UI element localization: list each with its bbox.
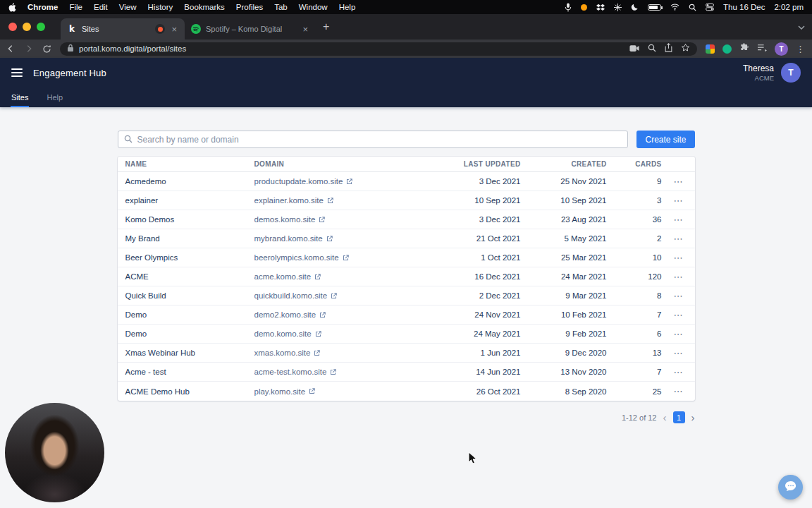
reload-button[interactable] <box>42 44 51 54</box>
external-link-icon[interactable] <box>319 217 325 223</box>
tab-sites-nav[interactable]: Sites <box>11 87 28 107</box>
media-queue-icon[interactable] <box>757 42 767 55</box>
share-icon[interactable] <box>665 42 672 55</box>
menubar-item-edit[interactable]: Edit <box>94 3 108 11</box>
row-actions-button[interactable]: ⋯ <box>674 177 683 186</box>
created-date: 10 Feb 2021 <box>521 310 607 319</box>
extension-green-icon[interactable] <box>722 44 732 54</box>
recording-indicator-icon[interactable] <box>581 4 587 11</box>
menubar-item-view[interactable]: View <box>119 3 137 11</box>
chrome-menu-icon[interactable]: ⋮ <box>796 44 805 54</box>
external-link-icon[interactable] <box>326 236 333 242</box>
row-actions-button[interactable]: ⋯ <box>674 215 683 224</box>
wifi-icon[interactable] <box>670 4 679 11</box>
external-link-icon[interactable] <box>331 293 337 299</box>
domain-text: productupdate.komo.site <box>254 177 343 186</box>
row-actions-button[interactable]: ⋯ <box>674 349 683 358</box>
search-tabs-chevron-icon[interactable] <box>798 20 805 32</box>
back-button[interactable] <box>6 44 16 54</box>
tab-sites[interactable]: k Sites × <box>61 18 185 40</box>
close-window-button[interactable] <box>8 23 17 31</box>
sites-table: NAME DOMAIN LAST UPDATED CREATED CARDS A… <box>118 157 695 401</box>
table-row[interactable]: ACME acme.komo.site 16 Dec 2021 24 Mar 2… <box>118 267 695 286</box>
external-link-icon[interactable] <box>315 331 321 337</box>
table-row[interactable]: Acme - test acme-test.komo.site 14 Jun 2… <box>118 363 695 382</box>
search-input[interactable] <box>137 135 622 145</box>
mic-icon[interactable] <box>565 3 572 12</box>
row-actions-button[interactable]: ⋯ <box>674 310 683 320</box>
menubar-date[interactable]: Thu 16 Dec <box>723 3 765 11</box>
extensions-puzzle-icon[interactable] <box>739 42 749 55</box>
snowflake-icon[interactable] <box>614 4 622 11</box>
table-row[interactable]: ACME Demo Hub play.komo.site 26 Oct 2021… <box>118 382 695 401</box>
close-tab-icon[interactable]: × <box>301 25 309 34</box>
menubar-item-file[interactable]: File <box>69 3 82 11</box>
domain-text: quickbuild.komo.site <box>254 291 328 300</box>
menubar-item-history[interactable]: History <box>148 3 173 11</box>
menubar-item-window[interactable]: Window <box>299 3 328 11</box>
row-actions-button[interactable]: ⋯ <box>674 272 683 282</box>
dropbox-icon[interactable] <box>596 4 605 11</box>
row-actions-button[interactable]: ⋯ <box>674 291 683 301</box>
chat-widget-button[interactable] <box>778 475 803 500</box>
column-header-cards: CARDS <box>607 160 662 168</box>
external-link-icon[interactable] <box>346 179 352 185</box>
external-link-icon[interactable] <box>309 388 315 394</box>
row-actions-button[interactable]: ⋯ <box>674 329 683 339</box>
window-controls <box>8 23 45 31</box>
komo-favicon-icon: k <box>67 24 77 34</box>
table-row[interactable]: Xmas Webinar Hub xmas.komo.site 1 Jun 20… <box>118 344 695 363</box>
row-actions-button[interactable]: ⋯ <box>674 368 683 377</box>
table-row[interactable]: My Brand mybrand.komo.site 21 Oct 2021 5… <box>118 229 695 248</box>
page-1-button[interactable]: 1 <box>673 411 685 423</box>
row-actions-button[interactable]: ⋯ <box>674 196 683 205</box>
address-bar[interactable]: portal.komo.digital/portal/sites <box>60 42 697 56</box>
prev-page-icon[interactable]: ‹ <box>663 412 667 423</box>
table-row[interactable]: Acmedemo productupdate.komo.site 3 Dec 2… <box>118 172 695 191</box>
table-row[interactable]: Demo demo.komo.site 24 May 2021 9 Feb 20… <box>118 325 695 344</box>
tab-spotify[interactable]: Spotify – Komo Digital × <box>185 18 316 40</box>
external-link-icon[interactable] <box>330 369 336 375</box>
table-row[interactable]: explainer explainer.komo.site 10 Sep 202… <box>118 191 695 210</box>
external-link-icon[interactable] <box>314 350 320 356</box>
table-row[interactable]: Beer Olympics beerolympics.komo.site 1 O… <box>118 248 695 267</box>
zoom-window-button[interactable] <box>37 23 45 31</box>
apple-logo-icon[interactable] <box>8 3 16 12</box>
menubar-item-bookmarks[interactable]: Bookmarks <box>184 3 225 11</box>
row-actions-button[interactable]: ⋯ <box>674 387 683 396</box>
extension-colorful-icon[interactable] <box>706 44 715 54</box>
new-tab-button[interactable]: + <box>323 20 329 33</box>
row-actions-button[interactable]: ⋯ <box>674 253 683 262</box>
camera-capture-icon[interactable] <box>629 42 639 55</box>
menubar-item-profiles[interactable]: Profiles <box>236 3 263 11</box>
forward-button[interactable] <box>24 44 34 54</box>
menubar-time[interactable]: 2:02 pm <box>774 3 804 11</box>
table-row[interactable]: Demo demo2.komo.site 24 Nov 2021 10 Feb … <box>118 306 695 325</box>
create-site-button[interactable]: Create site <box>636 131 694 148</box>
external-link-icon[interactable] <box>327 198 333 204</box>
menubar-item-tab[interactable]: Tab <box>274 3 288 11</box>
menubar-item-help[interactable]: Help <box>339 3 356 11</box>
next-page-icon[interactable]: › <box>691 412 695 423</box>
search-box[interactable] <box>118 131 629 148</box>
menubar-item-chrome[interactable]: Chrome <box>27 3 58 11</box>
control-center-icon[interactable] <box>706 3 714 11</box>
table-row[interactable]: Komo Demos demos.komo.site 3 Dec 2021 23… <box>118 210 695 229</box>
minimize-window-button[interactable] <box>23 23 31 31</box>
lock-icon[interactable] <box>67 42 74 55</box>
omnibox-search-icon[interactable] <box>648 42 656 55</box>
profile-avatar[interactable]: T <box>775 42 788 56</box>
tab-help-nav[interactable]: Help <box>47 87 63 107</box>
row-actions-button[interactable]: ⋯ <box>674 234 683 243</box>
spotlight-search-icon[interactable] <box>689 4 696 11</box>
hamburger-menu-icon[interactable] <box>11 68 23 77</box>
table-row[interactable]: Quick Build quickbuild.komo.site 2 Dec 2… <box>118 286 695 306</box>
external-link-icon[interactable] <box>314 274 321 280</box>
external-link-icon[interactable] <box>319 312 326 318</box>
battery-icon[interactable] <box>648 4 661 11</box>
external-link-icon[interactable] <box>343 255 349 261</box>
close-tab-icon[interactable]: × <box>170 25 178 34</box>
avatar[interactable]: T <box>781 63 801 83</box>
moon-icon[interactable] <box>631 4 639 11</box>
bookmark-star-icon[interactable] <box>681 42 690 55</box>
